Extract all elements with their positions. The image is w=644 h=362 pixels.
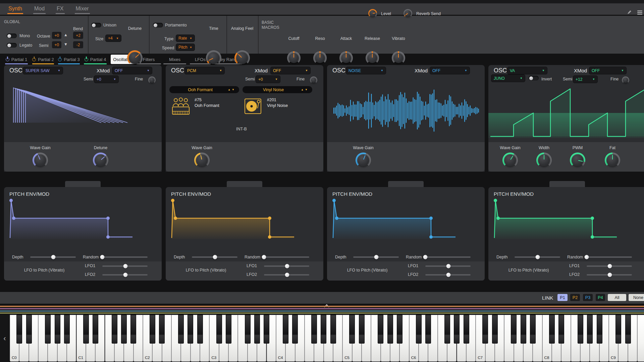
black-key[interactable] — [454, 315, 460, 344]
portamento-time-knob[interactable] — [206, 50, 221, 66]
macro-knob-attack[interactable] — [339, 51, 353, 65]
depth-slider[interactable] — [353, 256, 399, 258]
lfo1-slider-handle[interactable] — [123, 264, 127, 268]
width-knob[interactable] — [536, 153, 552, 168]
black-key[interactable] — [578, 315, 583, 344]
fat-knob[interactable] — [605, 153, 620, 168]
octave-value[interactable]: +0 — [52, 32, 61, 39]
osc-semi-dropdown[interactable]: +12▼ — [573, 75, 598, 83]
random-slider-handle[interactable] — [423, 255, 428, 259]
macro-knob-vibrato[interactable] — [392, 51, 405, 65]
semi-value[interactable]: +0 — [52, 41, 61, 48]
lfo2-slider[interactable] — [264, 274, 309, 276]
tab-mod[interactable]: Mod — [33, 3, 46, 14]
black-key[interactable] — [482, 315, 488, 344]
link-button-p2[interactable]: P2 — [570, 294, 580, 301]
pcm-slot_a-selector[interactable]: Ooh Formant▲▼ — [169, 86, 239, 93]
black-key[interactable] — [558, 315, 564, 344]
depth-slider[interactable] — [30, 256, 76, 258]
legato-toggle[interactable] — [7, 43, 17, 48]
black-key[interactable] — [226, 315, 231, 344]
random-slider-handle[interactable] — [100, 255, 105, 259]
black-key[interactable] — [93, 315, 98, 344]
bend-up-value[interactable]: +2 — [73, 32, 83, 39]
black-key[interactable] — [349, 315, 355, 344]
pencil-icon[interactable] — [627, 9, 632, 15]
mono-toggle[interactable] — [7, 34, 17, 38]
osc-type-dropdown[interactable]: VA▼ — [507, 67, 547, 74]
black-key[interactable] — [625, 315, 631, 344]
lfo1-slider-handle[interactable] — [607, 264, 612, 268]
black-key[interactable] — [492, 315, 498, 344]
random-slider[interactable] — [585, 256, 632, 258]
black-key[interactable] — [311, 315, 317, 344]
tab-partial-3[interactable]: Partial 3 — [58, 54, 80, 64]
depth-slider-handle[interactable] — [213, 255, 217, 259]
reverb-send-knob[interactable] — [404, 9, 412, 18]
macro-knob-cutoff[interactable] — [287, 51, 301, 65]
black-key[interactable] — [45, 315, 51, 344]
black-key[interactable] — [530, 315, 536, 344]
depth-slider[interactable] — [192, 256, 237, 258]
keyboard-scroll-left[interactable]: ‹ — [0, 315, 9, 362]
xmod-dropdown[interactable]: OFF▼ — [430, 67, 470, 74]
black-key[interactable] — [292, 315, 298, 344]
unison-toggle[interactable] — [91, 23, 101, 27]
random-slider[interactable] — [263, 256, 309, 258]
macro-knob-reso[interactable] — [313, 51, 327, 65]
black-key[interactable] — [150, 315, 155, 344]
black-key[interactable] — [26, 315, 32, 344]
step-up-down-icons[interactable]: ▲▼ — [228, 88, 236, 91]
xmod-dropdown[interactable]: OFF▼ — [112, 67, 152, 74]
lfo1-slider[interactable] — [425, 265, 471, 267]
wave-gain-knob[interactable] — [194, 153, 210, 168]
black-key[interactable] — [254, 315, 260, 344]
link-button-all[interactable]: All — [608, 294, 626, 301]
black-key[interactable] — [615, 315, 621, 344]
black-key[interactable] — [425, 315, 431, 344]
tab-mixer[interactable]: Mixer — [75, 3, 90, 14]
black-key[interactable] — [16, 315, 22, 344]
black-key[interactable] — [587, 315, 593, 344]
black-key[interactable] — [112, 315, 117, 344]
black-key[interactable] — [378, 315, 383, 344]
depth-slider-handle[interactable] — [51, 255, 56, 259]
black-key[interactable] — [245, 315, 251, 344]
black-key[interactable] — [197, 315, 203, 344]
lfo1-slider-handle[interactable] — [446, 264, 450, 268]
detune-knob[interactable] — [127, 50, 143, 66]
macro-knob-release[interactable] — [366, 51, 379, 65]
black-key[interactable] — [187, 315, 193, 344]
black-key[interactable] — [387, 315, 393, 344]
lfo2-slider[interactable] — [587, 274, 632, 276]
tab-synth[interactable]: Synth — [7, 3, 23, 14]
xmod-dropdown[interactable]: OFF▼ — [589, 67, 627, 74]
black-key[interactable] — [464, 315, 469, 344]
xmod-dropdown[interactable]: OFF▼ — [270, 67, 311, 74]
black-key[interactable] — [597, 315, 602, 344]
lfo1-slider[interactable] — [102, 265, 148, 267]
lfo2-slider-handle[interactable] — [285, 273, 289, 277]
osc-type-dropdown[interactable]: NOISE▼ — [346, 67, 386, 74]
analog-feel-knob[interactable] — [234, 50, 250, 66]
hamburger-menu-icon[interactable] — [637, 10, 643, 15]
black-key[interactable] — [83, 315, 89, 344]
va-model-dropdown[interactable]: JUNO▼ — [491, 74, 525, 82]
lfo2-slider[interactable] — [102, 274, 148, 276]
osc-type-dropdown[interactable]: PCM▼ — [184, 67, 225, 74]
black-key[interactable] — [121, 315, 127, 344]
black-key[interactable] — [55, 315, 60, 344]
unison-size-dropdown[interactable]: +4▼ — [105, 35, 121, 42]
tab-fx[interactable]: FX — [56, 3, 64, 14]
black-key[interactable] — [521, 315, 526, 344]
link-button-p3[interactable]: P3 — [583, 294, 593, 301]
lfo2-slider-handle[interactable] — [446, 273, 450, 277]
lfo2-slider-handle[interactable] — [607, 273, 612, 277]
pwm-knob[interactable] — [570, 153, 585, 168]
pcm-slot_b-selector[interactable]: Vinyl Noise▲▼ — [243, 86, 312, 93]
osc-type-dropdown[interactable]: SUPER SAW▼ — [23, 67, 63, 74]
level-knob[interactable] — [368, 9, 377, 18]
tab-partial-1[interactable]: Partial 1 — [5, 54, 28, 64]
white-key[interactable] — [637, 315, 644, 362]
tab-partial-4[interactable]: Partial 4 — [84, 54, 107, 64]
